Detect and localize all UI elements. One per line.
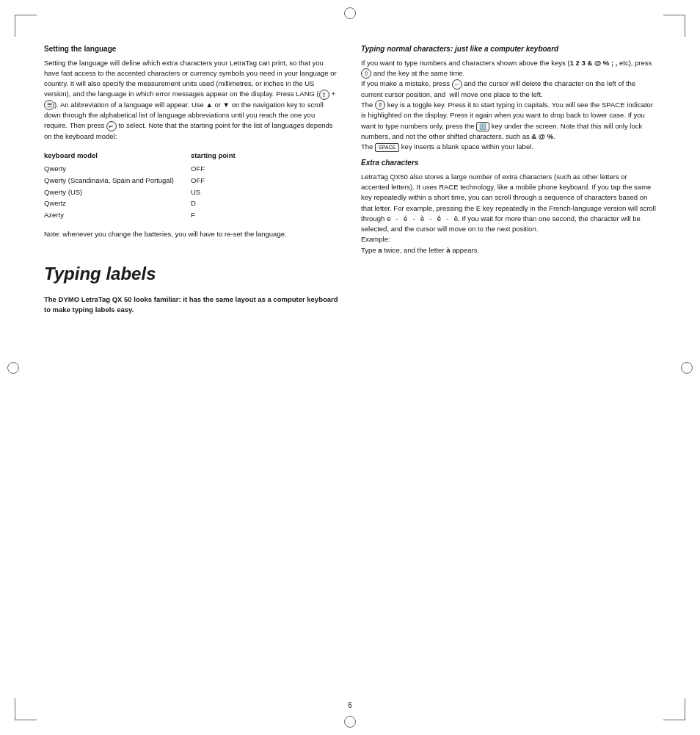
delete-key-icon: ← (452, 79, 462, 90)
shift-key-icon: ⇧ (319, 90, 329, 100)
typing-labels-intro: The DYMO LetraTag QX 50 looks familiar: … (44, 294, 339, 316)
page-number: 6 (348, 701, 352, 709)
extra-characters-section: Extra characters LetraTag QX50 also stor… (361, 158, 656, 256)
starting-point: D (191, 198, 196, 209)
model-name: Qwerty (Scandinavia, Spain and Portugal) (44, 175, 176, 186)
model-name: Qwerty (US) (44, 187, 176, 198)
corner-mark-br (663, 698, 685, 720)
content-area: Setting the language Setting the languag… (44, 44, 656, 691)
setting-language-text: Setting the language will define which e… (44, 58, 339, 142)
example-char-a: a (378, 246, 382, 254)
extra-characters-heading-text: Extra characters (361, 159, 418, 167)
col2-header: starting point (191, 151, 236, 161)
corner-mark-tl (15, 15, 37, 37)
table-row: Azerty F (44, 210, 339, 220)
starting-point: US (191, 187, 200, 198)
select-key-icon: ↵ (106, 121, 117, 131)
table-row: Qwerty (US) US (44, 187, 339, 198)
crosshair-top (344, 7, 356, 19)
typing-labels-section: Typing labels The DYMO LetraTag QX 50 lo… (44, 261, 339, 315)
note-text: Note: whenever you change the batteries,… (44, 229, 339, 239)
corner-mark-bl (15, 698, 37, 720)
table-row: Qwerty (Scandinavia, Spain and Portugal)… (44, 175, 339, 186)
shift-key-icon2: ⇧ (361, 68, 371, 79)
keyboard-table: keyboard model starting point Qwerty OFF… (44, 151, 339, 220)
extra-characters-heading: Extra characters (361, 158, 656, 169)
space-key-icon: SPACE (375, 143, 399, 152)
col1-header: keyboard model (44, 151, 176, 161)
caps-key-icon: ⇑ (375, 100, 385, 110)
num-key-icon: 🔢 (476, 122, 489, 131)
typing-normal-heading-text: Typing normal characters: just like a co… (361, 45, 558, 53)
crosshair-left (7, 362, 19, 374)
extra-characters-text: LetraTag QX50 also stores a large number… (361, 172, 656, 256)
starting-point: OFF (191, 175, 205, 186)
starting-point: OFF (191, 164, 205, 174)
typing-normal-heading: Typing normal characters: just like a co… (361, 44, 656, 55)
setting-language-section: Setting the language Setting the languag… (44, 44, 339, 142)
menu-key-icon: ☰ (44, 100, 54, 110)
typing-normal-section: Typing normal characters: just like a co… (361, 44, 656, 152)
model-name: Qwerty (44, 164, 176, 174)
left-column: Setting the language Setting the languag… (44, 44, 339, 691)
table-row: Qwerty OFF (44, 164, 339, 174)
special-chars: & @ % (531, 132, 553, 140)
model-subtext: (Scandinavia, Spain and Portugal) (68, 176, 174, 184)
typing-labels-heading: Typing labels (44, 261, 339, 287)
table-row: Qwertz D (44, 198, 339, 209)
corner-mark-tr (663, 15, 685, 37)
number-keys: 1 2 3 & @ % ; , (570, 59, 618, 67)
model-name: Qwertz (44, 198, 176, 209)
char-sequence: e - é - è - ê - ë (387, 214, 458, 222)
page: Setting the language Setting the languag… (0, 0, 700, 735)
example-char-a-grave: à (446, 246, 450, 254)
right-column: Typing normal characters: just like a co… (361, 44, 656, 691)
starting-point: F (191, 210, 195, 220)
crosshair-right (681, 362, 693, 374)
keyboard-table-header: keyboard model starting point (44, 151, 339, 161)
model-name: Azerty (44, 210, 176, 220)
setting-language-heading: Setting the language (44, 44, 339, 55)
typing-normal-text: If you want to type numbers and characte… (361, 58, 656, 153)
crosshair-bottom (344, 716, 356, 728)
